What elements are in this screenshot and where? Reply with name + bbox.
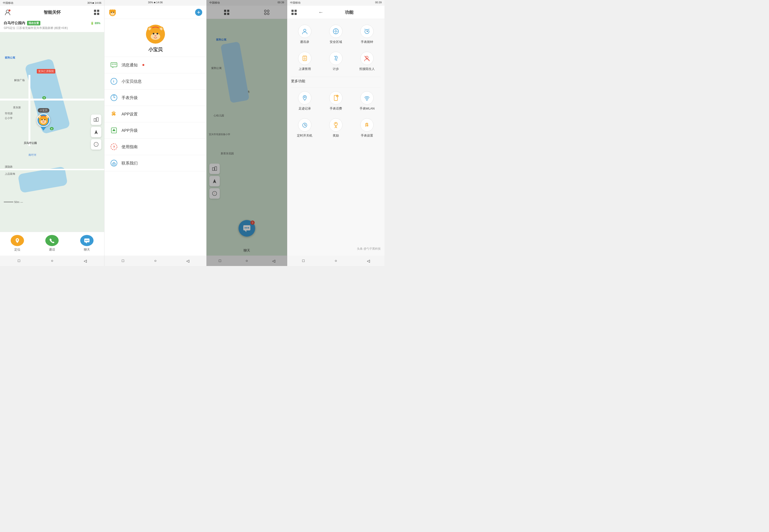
grid-icon[interactable] <box>93 9 100 16</box>
menu-recent-btn[interactable]: ◁ <box>184 257 191 264</box>
feat-header: ← 功能 <box>287 6 384 19</box>
footprint-icon <box>298 91 311 105</box>
partial-carrier: 中国移动 <box>209 1 220 5</box>
locate-label: 定位 <box>14 248 20 252</box>
partial-nav-btn[interactable] <box>209 176 220 186</box>
avatar-header-btn[interactable] <box>108 8 117 17</box>
battery-time: 30%■ 14:06 <box>87 1 101 4</box>
app-upgrade-label: APP升级 <box>121 128 138 133</box>
partial-recent-btn[interactable]: ◁ <box>270 257 277 264</box>
feat-recent-btn[interactable]: ◁ <box>365 257 372 264</box>
contact-label: 联系我们 <box>121 161 138 166</box>
add-btn[interactable] <box>195 9 203 16</box>
compass-btn[interactable] <box>91 139 101 150</box>
safe-zone-icon <box>329 25 343 38</box>
help-icon: ? <box>110 143 118 151</box>
home-btn[interactable]: □ <box>15 257 23 264</box>
feat-footprint[interactable]: 足迹记录 <box>291 89 318 113</box>
menu-status-bar: 30% ■ 14:06 <box>104 0 206 6</box>
svg-rect-67 <box>213 168 214 170</box>
feat-reward[interactable]: 奖励 <box>322 116 349 140</box>
partial-map-area[interactable]: 紫荆公寓 紫荆公寓 弯商务 心幼儿园 宜兴市培源实验小学 新茶东花园 <box>207 19 287 256</box>
notification-dot <box>142 64 144 66</box>
partial-home-btn[interactable]: □ <box>217 257 224 264</box>
partial-chat-btn[interactable]: 3 <box>239 220 255 237</box>
contact-icon <box>110 159 118 167</box>
feat-grid-icon[interactable] <box>291 9 297 15</box>
feat-contacts[interactable]: 通讯录 <box>291 23 318 46</box>
pedometer-label: 计步 <box>333 67 339 71</box>
feat-safe-zone[interactable]: 安全区域 <box>322 23 349 46</box>
status-bar: 中国移动 30%■ 14:06 <box>0 0 104 6</box>
reward-icon <box>329 118 343 132</box>
river-label: 南圩河 <box>28 153 36 157</box>
partial-map-btn[interactable] <box>209 164 220 174</box>
alarm-label: 手表闹钟 <box>361 40 373 44</box>
menu-item-contact[interactable]: 联系我们 <box>104 155 206 171</box>
feat-timer-power[interactable]: 定时开关机 <box>291 116 318 140</box>
partial-label-5: 宜兴市培源实验小学 <box>209 133 230 136</box>
user-icon[interactable] <box>4 9 11 16</box>
recent-btn[interactable]: ◁ <box>82 257 89 264</box>
partial-river <box>221 41 250 103</box>
app-upgrade-icon <box>110 127 118 134</box>
svg-line-87 <box>365 56 369 61</box>
menu-item-watch-upgrade[interactable]: 手表升级 <box>104 90 206 106</box>
svg-point-19 <box>17 239 18 241</box>
call-btn[interactable]: 通话 <box>45 235 59 252</box>
menu-item-app-upgrade[interactable]: APP升级 <box>104 122 206 139</box>
map-view-btn[interactable] <box>91 115 101 125</box>
info-label: 小宝贝信息 <box>121 79 142 84</box>
avatar-large <box>146 25 165 44</box>
locate-btn[interactable]: 定位 <box>11 235 24 252</box>
partial-back-btn[interactable]: ○ <box>243 257 251 264</box>
back-btn[interactable]: ○ <box>48 257 55 264</box>
partial-compass-btn[interactable] <box>209 188 220 199</box>
menu-sys-nav: □ ○ ◁ <box>104 256 206 266</box>
menu-item-app-settings[interactable]: APP设置 <box>104 106 206 122</box>
feat-home-btn[interactable]: □ <box>300 257 307 264</box>
svg-marker-53 <box>112 129 115 131</box>
avatar-section: 小宝贝 <box>104 19 206 57</box>
svg-rect-62 <box>227 13 229 15</box>
svg-rect-3 <box>97 10 99 12</box>
location-bar: 白马圩公园内 现在位置 🔋 89% GPS定位 江苏省无锡市宜兴市溪隐新桥 (精… <box>0 19 104 32</box>
battery-display: 🔋 89% <box>90 22 100 25</box>
partial-grid-icon[interactable] <box>224 9 230 15</box>
menu-back-btn[interactable]: ○ <box>152 257 159 264</box>
menu-time: 30% ■ 14:06 <box>148 1 162 5</box>
pin-label: 小宝贝 <box>38 108 49 113</box>
menu-panel: 30% ■ 14:06 <box>104 0 207 266</box>
location-name: 白马圩公园内 <box>4 21 25 25</box>
footprint-label: 足迹记录 <box>299 106 311 111</box>
map-scale: 50m — <box>4 201 23 203</box>
feat-wlan[interactable]: 手表WLAN <box>353 89 381 113</box>
feat-watch-settings[interactable]: 手表设置 <box>353 116 381 140</box>
menu-item-info[interactable]: i 小宝贝信息 <box>104 73 206 90</box>
app-settings-label: APP设置 <box>121 111 138 117</box>
menu-item-help[interactable]: ? 使用指南 <box>104 139 206 155</box>
svg-point-64 <box>267 10 269 12</box>
svg-text:?: ? <box>113 145 115 149</box>
svg-marker-72 <box>245 230 246 232</box>
partial-grid2-icon[interactable] <box>264 9 270 15</box>
svg-rect-15 <box>94 119 96 121</box>
feat-phone-bill[interactable]: $ 手表话费 <box>322 89 349 113</box>
feat-reject-strangers[interactable]: 拒接陌生人 <box>353 50 381 73</box>
menu-home-btn[interactable]: □ <box>119 257 126 264</box>
svg-point-57 <box>112 163 114 165</box>
chat-btn[interactable]: 聊天 <box>80 235 93 252</box>
feat-class-mode[interactable]: 上课禁用 <box>291 50 318 73</box>
feat-back-icon[interactable]: ← <box>318 9 324 15</box>
avatar-circle <box>37 114 50 127</box>
road-h2 <box>0 169 104 170</box>
feat-alarm[interactable]: 手表闹钟 <box>353 23 381 46</box>
svg-point-41 <box>156 33 158 35</box>
feat-back-btn[interactable]: ○ <box>332 257 339 264</box>
map-label-5: 公小学 <box>5 116 13 120</box>
navigate-btn[interactable] <box>91 127 101 137</box>
svg-point-75 <box>248 227 249 229</box>
menu-item-message[interactable]: 消息通知 <box>104 57 206 73</box>
feat-pedometer[interactable]: 计步 <box>322 50 349 73</box>
map-area[interactable]: 宜兴仁济医院 紫荆公寓 解放广场 茶东新 市培源 公小学 ● ● 贝马圩公园 南… <box>0 32 104 232</box>
